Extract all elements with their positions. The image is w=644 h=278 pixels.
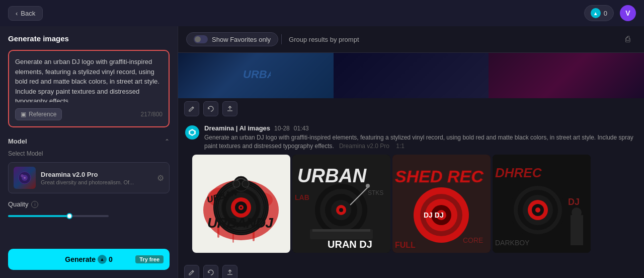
svg-text:SHED REC: SHED REC	[395, 167, 484, 186]
svg-point-43	[366, 184, 370, 188]
back-label: Back	[21, 10, 35, 17]
svg-point-2	[24, 177, 26, 179]
svg-rect-41	[312, 229, 370, 232]
action-bar-bottom	[178, 262, 644, 278]
main-layout: Generate images Generate an urban DJ log…	[0, 26, 644, 278]
svg-point-3	[21, 174, 24, 177]
credits-badge: ▲ 0	[584, 5, 614, 21]
svg-text:LAB: LAB	[295, 193, 309, 201]
images-grid: URBAN URBANDJ URBAN	[185, 155, 637, 257]
svg-point-39	[339, 208, 343, 212]
model-info: Dreamina v2.0 Pro Great diversity and ph…	[41, 171, 152, 185]
svg-text:URBAN: URBAN	[243, 68, 271, 81]
try-free-badge: Try free	[135, 255, 164, 263]
quality-slider[interactable]	[8, 215, 109, 217]
svg-point-21	[240, 206, 242, 208]
edit-icon-button[interactable]	[184, 101, 199, 116]
result-title-row: Dreamina | AI images 10-28 01:43	[204, 124, 637, 132]
ref-label: Reference	[29, 111, 56, 118]
toolbar-left: Show Favorites only Group results by pro…	[186, 32, 363, 46]
show-favorites-label: Show Favorites only	[212, 36, 271, 43]
svg-point-62	[572, 207, 582, 218]
svg-point-27	[233, 180, 240, 187]
right-toolbar: Show Favorites only Group results by pro…	[178, 26, 644, 53]
credits-icon: ▲	[591, 8, 601, 18]
show-favorites-toggle[interactable]: Show Favorites only	[186, 32, 278, 46]
strip-image-3	[489, 53, 644, 98]
toggle-switch	[194, 35, 208, 43]
model-item[interactable]: Dreamina v2.0 Pro Great diversity and ph…	[8, 162, 170, 193]
quality-slider-fill	[8, 215, 68, 217]
toolbar-divider	[281, 34, 282, 44]
grid-image-4[interactable]: DHREC	[493, 155, 591, 253]
refresh-icon-button[interactable]	[203, 101, 218, 116]
prompt-textarea-wrapper: Generate an urban DJ logo with graffiti-…	[8, 50, 170, 127]
result-entry: Dreamina | AI images 10-28 01:43 Generat…	[178, 119, 644, 262]
result-date: 10-28	[274, 125, 290, 132]
model-tag: Dreamina v2.0 Pro	[339, 143, 389, 150]
svg-text:URBANDJ: URBANDJ	[207, 215, 274, 231]
result-prompt-text: Generate an urban DJ logo with graffiti-…	[204, 133, 637, 151]
result-time: 01:43	[294, 125, 309, 132]
svg-text:STKS: STKS	[368, 189, 383, 196]
svg-text:DJ DJ: DJ DJ	[424, 211, 444, 219]
prompt-textarea[interactable]: Generate an urban DJ logo with graffiti-…	[15, 57, 163, 102]
generate-label: Generate ▲ 0	[65, 255, 113, 264]
model-section-label: Model	[8, 137, 27, 145]
model-thumbnail	[14, 167, 36, 189]
result-meta: Dreamina | AI images 10-28 01:43 Generat…	[204, 124, 637, 151]
strip-image-2	[334, 53, 489, 98]
model-section-header: Model ⌃	[8, 137, 170, 145]
model-avatar	[185, 125, 199, 140]
upload-icon-button-2[interactable]	[222, 265, 237, 278]
save-icon-button[interactable]: ⎙	[620, 31, 636, 47]
right-panel: Show Favorites only Group results by pro…	[178, 26, 644, 278]
char-count: 217/800	[141, 111, 163, 118]
strip-image-1: URBAN	[178, 53, 334, 98]
avatar[interactable]: V	[620, 5, 636, 21]
chevron-left-icon: ‹	[16, 10, 18, 17]
app-name: Dreamina | AI images	[204, 124, 270, 132]
right-content: URBAN	[178, 53, 644, 278]
svg-text:FULL: FULL	[395, 241, 416, 249]
svg-text:URBAN: URBAN	[297, 165, 367, 186]
back-button[interactable]: ‹ Back	[8, 6, 43, 21]
svg-text:CORE: CORE	[463, 236, 483, 244]
quality-slider-thumb	[66, 213, 72, 219]
edit-icon-button-2[interactable]	[184, 265, 199, 278]
info-icon: i	[31, 201, 38, 208]
topbar-right: ▲ 0 V	[584, 5, 636, 21]
reference-button[interactable]: ▣ Reference	[15, 108, 62, 120]
toggle-thumb	[195, 36, 201, 42]
credit-icon: ▲	[98, 255, 107, 264]
image-icon: ▣	[21, 111, 26, 118]
svg-point-28	[242, 180, 249, 187]
topbar: ‹ Back ▲ 0 V	[0, 0, 644, 26]
collapse-icon[interactable]: ⌃	[165, 138, 170, 145]
action-bar-top	[178, 98, 644, 119]
svg-text:DARKBOY: DARKBOY	[495, 239, 530, 247]
credits-count: 0	[604, 10, 607, 17]
quality-label: Quality	[8, 200, 28, 208]
model-name: Dreamina v2.0 Pro	[41, 171, 152, 178]
grid-image-3[interactable]: SHED REC DJ DJ FULL COR	[392, 155, 491, 253]
result-header: Dreamina | AI images 10-28 01:43 Generat…	[185, 124, 637, 151]
svg-text:DHREC: DHREC	[495, 165, 542, 180]
prompt-footer: ▣ Reference 217/800	[15, 108, 163, 120]
upload-icon-button[interactable]	[222, 101, 237, 116]
svg-rect-61	[571, 215, 583, 245]
svg-point-69	[535, 207, 540, 213]
grid-image-2[interactable]: URBAN	[292, 155, 390, 253]
top-images-strip: URBAN	[178, 53, 644, 98]
ratio-tag: 1:1	[396, 143, 405, 150]
quality-row: Quality i	[8, 200, 170, 208]
generate-button[interactable]: Generate ▲ 0 Try free	[8, 249, 170, 270]
svg-text:URAN DJ: URAN DJ	[328, 239, 372, 250]
grid-image-1[interactable]: URBAN URBANDJ	[192, 155, 290, 253]
refresh-icon-button-2[interactable]	[203, 265, 218, 278]
select-model-label: Select Model	[8, 150, 170, 157]
panel-title: Generate images	[8, 34, 170, 43]
group-results-label[interactable]: Group results by prompt	[285, 36, 363, 43]
svg-text:DJ: DJ	[568, 197, 580, 207]
settings-icon[interactable]: ⚙	[157, 173, 164, 183]
